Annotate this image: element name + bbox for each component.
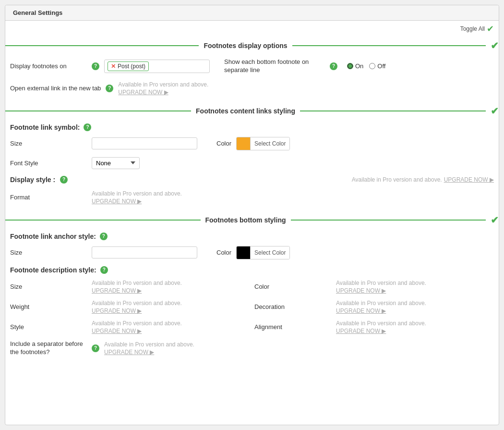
show-footnote-row: Show each bottom footnote on separate li… — [224, 58, 385, 74]
link-color-label: Color — [216, 140, 231, 147]
format-upgrade: Available in Pro version and above. UPGR… — [92, 190, 182, 205]
display-footnotes-input[interactable]: ✕ Post (post) — [104, 60, 210, 73]
desc-color-col: Color Available in Pro version and above… — [254, 280, 494, 294]
desc-size-upgrade-link[interactable]: UPGRADE NOW ▶ — [92, 287, 182, 294]
section-line-left2 — [5, 111, 191, 111]
content-links-collapse-icon[interactable]: ✔ — [491, 105, 499, 117]
desc-size-col: Size Available in Pro version and above.… — [10, 280, 250, 294]
desc-weight-col: Weight Available in Pro version and abov… — [10, 300, 250, 314]
toggle-all-button[interactable]: Toggle All ✔ — [460, 24, 494, 34]
section-line-left — [5, 45, 199, 46]
desc-size-upgrade: Available in Pro version and above. UPGR… — [92, 280, 182, 294]
desc-style-label: Footnote description style: — [10, 266, 96, 274]
separator-upgrade-link[interactable]: UPGRADE NOW ▶ — [104, 349, 194, 356]
font-style-select[interactable]: None Normal Italic Bold Bold Italic — [92, 157, 140, 169]
anchor-color-btn-label: Select Color — [250, 246, 289, 259]
desc-style-upgrade-link[interactable]: UPGRADE NOW ▶ — [92, 328, 182, 334]
desc-size-color-row: Size Available in Pro version and above.… — [10, 280, 494, 294]
toggle-all-row: Toggle All ✔ — [5, 21, 499, 35]
desc-decoration-label: Decoration — [254, 303, 331, 310]
desc-alignment-label: Alignment — [254, 323, 331, 331]
display-style-label: Display style : — [10, 176, 55, 184]
anchor-color-button[interactable]: Select Color — [236, 246, 290, 259]
desc-style-label-row: Footnote description style: ? — [10, 266, 494, 274]
open-external-help-icon[interactable]: ? — [106, 85, 113, 92]
display-style-row: Display style : ? Available in Pro versi… — [10, 176, 494, 184]
anchor-size-input[interactable] — [92, 246, 197, 258]
desc-decoration-upgrade-link[interactable]: UPGRADE NOW ▶ — [336, 307, 426, 314]
panel-title: General Settings — [5, 5, 499, 21]
show-footnote-help-icon[interactable]: ? — [330, 62, 337, 70]
tag-remove-icon[interactable]: ✕ — [111, 63, 116, 70]
display-footnotes-help-icon[interactable]: ? — [92, 62, 99, 70]
anchor-color-swatch — [237, 246, 250, 259]
bottom-styling-collapse-icon[interactable]: ✔ — [491, 214, 499, 226]
radio-off-option[interactable]: Off — [369, 62, 385, 70]
chevron-down-icon: ✔ — [487, 24, 494, 34]
format-label: Format — [10, 194, 87, 201]
display-style-help-icon[interactable]: ? — [60, 176, 68, 184]
link-size-color-row: Size Color Select Color — [10, 137, 494, 150]
footnotes-display-section-header: Footnotes display options ✔ — [5, 40, 499, 51]
show-footnote-label: Show each bottom footnote on separate li… — [224, 58, 320, 74]
toggle-all-label: Toggle All — [460, 25, 485, 32]
desc-style-label: Style — [10, 323, 87, 331]
display-style-pro-text: Available in Pro version and above. — [352, 176, 442, 183]
desc-color-upgrade-link[interactable]: UPGRADE NOW ▶ — [336, 287, 426, 294]
section-line-right — [292, 45, 486, 46]
desc-style-help-icon[interactable]: ? — [100, 266, 108, 274]
desc-weight-decoration-row: Weight Available in Pro version and abov… — [10, 300, 494, 314]
footnotes-display-title: Footnotes display options — [204, 42, 287, 49]
radio-off-input[interactable] — [369, 63, 375, 69]
display-style-upgrade-link[interactable]: UPGRADE NOW ▶ — [444, 176, 494, 183]
radio-on-option[interactable]: On — [347, 62, 363, 70]
desc-size-label: Size — [10, 283, 87, 290]
content-links-section-header: Footnotes content links styling ✔ — [5, 105, 499, 117]
open-external-link-label: Open external link in the new tab — [10, 85, 101, 92]
format-upgrade-link[interactable]: UPGRADE NOW ▶ — [92, 198, 182, 205]
link-color-swatch — [237, 137, 250, 150]
separator-pro: Available in Pro version and above. — [104, 341, 194, 348]
desc-color-upgrade: Available in Pro version and above. UPGR… — [336, 280, 426, 294]
open-external-upgrade-link[interactable]: UPGRADE NOW ▶ — [118, 89, 208, 96]
footnotes-display-collapse-icon[interactable]: ✔ — [491, 40, 499, 51]
bottom-styling-section-header: Footnotes bottom styling ✔ — [5, 214, 499, 226]
desc-style-upgrade: Available in Pro version and above. UPGR… — [92, 320, 182, 334]
format-pro-text: Available in Pro version and above. — [92, 190, 182, 197]
link-color-button[interactable]: Select Color — [236, 137, 290, 150]
format-row: Format Available in Pro version and abov… — [10, 190, 494, 205]
separator-upgrade: Available in Pro version and above. UPGR… — [104, 341, 194, 356]
font-style-label: Font Style — [10, 160, 87, 167]
desc-weight-field: Weight Available in Pro version and abov… — [10, 300, 250, 314]
font-style-row: Font Style None Normal Italic Bold Bold … — [10, 157, 494, 169]
anchor-style-label: Footnote link anchor style: — [10, 233, 96, 240]
separator-help-icon[interactable]: ? — [92, 344, 99, 352]
anchor-size-color-row: Size Color Select Color — [10, 246, 494, 259]
desc-size-field: Size Available in Pro version and above.… — [10, 280, 250, 294]
desc-alignment-field: Alignment Available in Pro version and a… — [254, 320, 494, 334]
desc-style-field: Style Available in Pro version and above… — [10, 320, 250, 334]
link-symbol-label-row: Footnote link symbol: ? — [10, 123, 494, 131]
radio-off-label: Off — [377, 62, 385, 70]
desc-decoration-pro: Available in Pro version and above. — [336, 300, 426, 307]
anchor-color-label: Color — [216, 249, 231, 256]
section-line-right3 — [291, 220, 486, 221]
desc-style-col: Style Available in Pro version and above… — [10, 320, 250, 334]
desc-weight-upgrade: Available in Pro version and above. UPGR… — [92, 300, 182, 314]
desc-color-pro: Available in Pro version and above. — [336, 280, 426, 286]
separator-label: Include a separator before the footnotes… — [10, 340, 87, 356]
anchor-style-help-icon[interactable]: ? — [100, 233, 108, 240]
radio-on-input[interactable] — [347, 63, 353, 69]
desc-style-alignment-row: Style Available in Pro version and above… — [10, 320, 494, 334]
desc-alignment-upgrade-link[interactable]: UPGRADE NOW ▶ — [336, 328, 426, 334]
link-size-input[interactable] — [92, 137, 197, 149]
content-links-title: Footnotes content links styling — [196, 107, 295, 115]
desc-style-pro: Available in Pro version and above. — [92, 320, 182, 327]
desc-weight-upgrade-link[interactable]: UPGRADE NOW ▶ — [92, 307, 182, 314]
separator-row: Include a separator before the footnotes… — [10, 340, 494, 356]
on-off-radio-group: On Off — [347, 62, 385, 70]
open-external-link-row: Open external link in the new tab ? Avai… — [10, 81, 494, 96]
link-color-btn-label: Select Color — [250, 137, 289, 150]
link-symbol-help-icon[interactable]: ? — [84, 123, 91, 131]
anchor-size-label: Size — [10, 249, 87, 256]
